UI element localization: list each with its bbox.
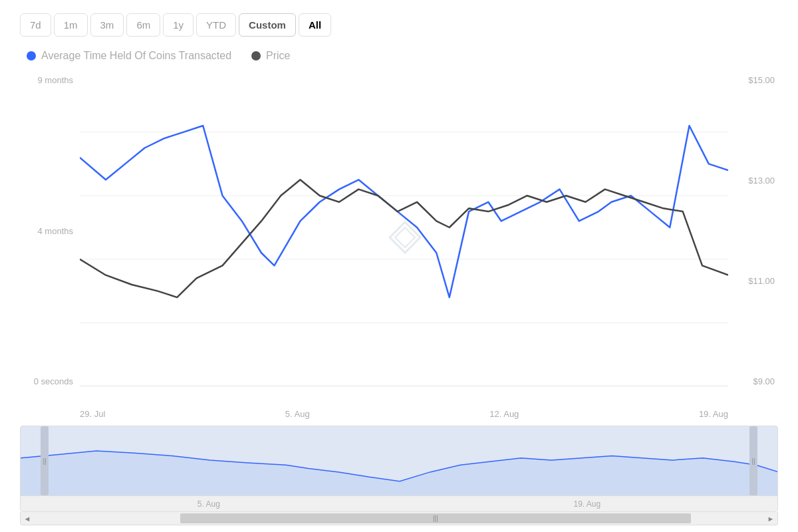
navigator-x-labels: 5. Aug19. Aug [21, 495, 777, 511]
scroll-track[interactable]: ||| [34, 512, 764, 525]
chart-svg [80, 68, 728, 386]
legend-dot-blue [27, 51, 36, 61]
svg-marker-7 [21, 451, 777, 495]
scroll-right-arrow[interactable]: ► [764, 512, 777, 525]
x-axis: 29. Jul5. Aug12. Aug19. Aug [20, 409, 778, 419]
filter-btn-all[interactable]: All [299, 13, 331, 37]
legend-label: Average Time Held Of Coins Transacted [41, 50, 231, 62]
filter-btn-custom[interactable]: Custom [239, 13, 296, 37]
x-axis-label: 5. Aug [285, 409, 310, 419]
x-axis-label: 19. Aug [699, 409, 728, 419]
time-filter-bar: 7d1m3m6m1yYTDCustomAll [20, 13, 778, 37]
filter-btn-ytd[interactable]: YTD [196, 13, 236, 37]
y-axis-right-label: $11.00 [728, 276, 778, 286]
legend-dot-dark [251, 51, 261, 61]
y-axis-right-label: $13.00 [728, 176, 778, 186]
navigator-handle-right[interactable]: || [749, 426, 757, 495]
legend-item: Price [251, 50, 290, 62]
legend-item: Average Time Held Of Coins Transacted [27, 50, 231, 62]
navigator-svg [21, 426, 777, 495]
filter-btn-7d[interactable]: 7d [20, 13, 51, 37]
chart-legend: Average Time Held Of Coins TransactedPri… [20, 50, 778, 62]
chart-wrapper: 9 months4 months0 seconds [20, 68, 778, 525]
navigator-handle-left[interactable]: || [41, 426, 49, 495]
filter-btn-3m[interactable]: 3m [90, 13, 124, 37]
scroll-left-arrow[interactable]: ◄ [21, 512, 34, 525]
legend-label: Price [266, 50, 290, 62]
filter-btn-6m[interactable]: 6m [126, 13, 160, 37]
navigator-x-label: 5. Aug [198, 499, 220, 509]
x-axis-label: 29. Jul [80, 409, 105, 419]
y-axis-right: $15.00$13.00$11.00$9.00 [728, 68, 778, 406]
scroll-thumb[interactable]: ||| [180, 513, 692, 523]
y-axis-left: 9 months4 months0 seconds [20, 68, 80, 406]
y-axis-right-label: $15.00 [728, 75, 778, 85]
filter-btn-1y[interactable]: 1y [163, 13, 194, 37]
main-chart-area: 9 months4 months0 seconds [20, 68, 778, 406]
navigator[interactable]: || || 5. Aug19. Aug [20, 426, 778, 512]
y-axis-left-label: 9 months [20, 75, 80, 85]
y-axis-left-label: 0 seconds [20, 376, 80, 386]
x-axis-label: 12. Aug [489, 409, 519, 419]
navigator-x-label: 19. Aug [573, 499, 600, 509]
y-axis-right-label: $9.00 [728, 376, 778, 386]
chart-svg-container [80, 68, 728, 406]
scrollbar[interactable]: ◄ ||| ► [20, 512, 778, 525]
filter-btn-1m[interactable]: 1m [54, 13, 88, 37]
y-axis-left-label: 4 months [20, 226, 80, 236]
main-container: 7d1m3m6m1yYTDCustomAll Average Time Held… [0, 0, 798, 532]
